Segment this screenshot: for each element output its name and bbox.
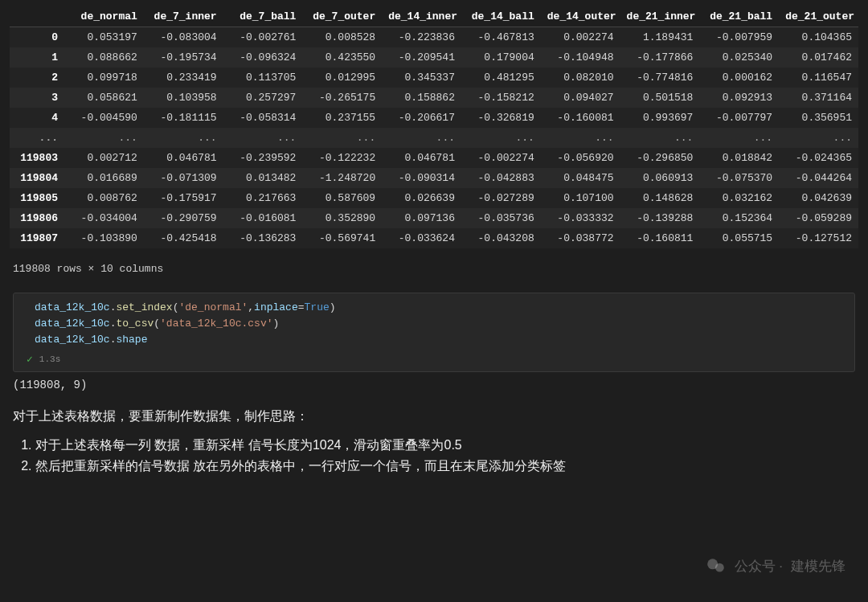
narrative-lead: 对于上述表格数据，要重新制作数据集，制作思路： [13, 406, 855, 427]
cell: -0.326819 [461, 108, 541, 128]
cell: 0.058621 [64, 88, 144, 108]
cell: 0.099718 [64, 68, 144, 88]
cell: 0.012995 [302, 68, 382, 88]
cell: 0.046781 [144, 148, 223, 168]
cell: 0.179004 [461, 47, 541, 68]
cell: -0.004590 [64, 108, 144, 128]
row-index: 119807 [10, 228, 64, 248]
cell: 0.016689 [64, 168, 144, 188]
cell: -0.044264 [779, 168, 858, 188]
cell: -0.002274 [461, 148, 541, 168]
cell: -0.007797 [699, 108, 779, 128]
row-index: 0 [10, 27, 64, 48]
row-index: 4 [10, 108, 64, 128]
cell: -0.239592 [223, 148, 303, 168]
cell: -0.177866 [620, 47, 700, 68]
cell: 0.116547 [779, 68, 858, 88]
cell: -0.075370 [699, 168, 779, 188]
code-cell[interactable]: data_12k_10c.set_index('de_normal',inpla… [13, 293, 855, 372]
index-header [10, 6, 64, 27]
cell: -0.002761 [223, 27, 303, 48]
table-row: 1198040.016689-0.0713090.013482-1.248720… [10, 168, 858, 188]
narrative-block: 对于上述表格数据，要重新制作数据集，制作思路： 对于上述表格每一列 数据，重新采… [13, 406, 855, 476]
cell: -0.033624 [382, 228, 461, 248]
cell: -0.042883 [461, 168, 541, 188]
column-header: de_7_outer [302, 6, 382, 27]
cell: -0.139288 [620, 208, 700, 228]
cell: 0.237155 [302, 108, 382, 128]
cell: -0.160811 [620, 228, 700, 248]
cell: -0.136283 [223, 228, 303, 248]
cell: -0.158212 [461, 88, 541, 108]
cell: -0.467813 [461, 27, 541, 48]
cell: 0.055715 [699, 228, 779, 248]
cell: -0.290759 [144, 208, 223, 228]
cell: 0.148628 [620, 188, 700, 208]
watermark: 公众号 · 建模先锋 [706, 555, 845, 576]
column-header: de_21_ball [699, 6, 779, 27]
cell: -0.027289 [461, 188, 541, 208]
table-row: 10.088662-0.195734-0.0963240.423550-0.20… [10, 47, 858, 68]
code-content[interactable]: data_12k_10c.set_index('de_normal',inpla… [35, 300, 846, 348]
cell: ... [223, 128, 303, 148]
cell: -0.016081 [223, 208, 303, 228]
cell: 0.257297 [223, 88, 303, 108]
cell: 0.345337 [382, 68, 461, 88]
cell: -0.209541 [382, 47, 461, 68]
cell: ... [64, 128, 144, 148]
cell: 0.356951 [779, 108, 858, 128]
cell: -0.195734 [144, 47, 223, 68]
table-row: 00.053197-0.083004-0.0027610.008528-0.22… [10, 27, 858, 48]
cell: -0.296850 [620, 148, 700, 168]
cell: -0.038772 [541, 228, 620, 248]
ellipsis-row: ................................. [10, 128, 858, 148]
cell: 0.993697 [620, 108, 700, 128]
execution-time: 1.3s [39, 353, 60, 367]
cell: 0.103958 [144, 88, 223, 108]
table-row: 119807-0.103890-0.425418-0.136283-0.5697… [10, 228, 858, 248]
table-row: 1198030.0027120.046781-0.239592-0.122232… [10, 148, 858, 168]
cell: 0.017462 [779, 47, 858, 68]
cell-output: (119808, 9) [13, 379, 855, 391]
cell: -0.024365 [779, 148, 858, 168]
cell: ... [699, 128, 779, 148]
cell: 0.048475 [541, 168, 620, 188]
cell: 0.097136 [382, 208, 461, 228]
cell: 0.094027 [541, 88, 620, 108]
cell: -0.104948 [541, 47, 620, 68]
cell: ... [382, 128, 461, 148]
check-icon: ✓ [27, 354, 33, 365]
table-header-row: de_normalde_7_innerde_7_ballde_7_outerde… [10, 6, 858, 27]
cell: -0.058314 [223, 108, 303, 128]
cell: ... [779, 128, 858, 148]
cell: -0.160081 [541, 108, 620, 128]
cell: 0.371164 [779, 88, 858, 108]
cell: ... [302, 128, 382, 148]
column-header: de_7_ball [223, 6, 303, 27]
watermark-prefix: 公众号 · [735, 557, 783, 575]
cell: 0.026639 [382, 188, 461, 208]
cell: 0.013482 [223, 168, 303, 188]
cell: 0.002712 [64, 148, 144, 168]
row-index: 119804 [10, 168, 64, 188]
column-header: de_21_outer [779, 6, 858, 27]
cell: -0.090314 [382, 168, 461, 188]
row-index: ... [10, 128, 64, 148]
cell: -0.083004 [144, 27, 223, 48]
column-header: de_14_outer [541, 6, 620, 27]
cell: 0.008528 [302, 27, 382, 48]
table-row: 119806-0.034004-0.290759-0.0160810.35289… [10, 208, 858, 228]
cell: -0.206617 [382, 108, 461, 128]
row-index: 1 [10, 47, 64, 68]
cell: 1.189431 [620, 27, 700, 48]
cell: 0.233419 [144, 68, 223, 88]
cell: 0.587609 [302, 188, 382, 208]
column-header: de_14_ball [461, 6, 541, 27]
cell: 0.018842 [699, 148, 779, 168]
watermark-name: 建模先锋 [791, 557, 845, 575]
cell: 0.481295 [461, 68, 541, 88]
cell: -0.175917 [144, 188, 223, 208]
cell: -0.096324 [223, 47, 303, 68]
cell: -0.071309 [144, 168, 223, 188]
cell: -0.774816 [620, 68, 700, 88]
